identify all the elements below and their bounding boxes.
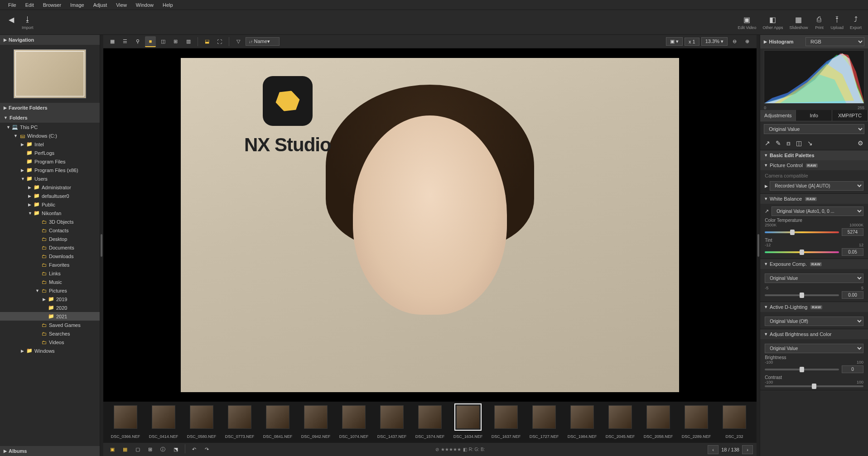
filmstrip-pos-btn[interactable]: ⬓ bbox=[202, 36, 212, 47]
expand-icon[interactable]: ▶ bbox=[28, 202, 34, 207]
histogram-overlay-btn[interactable]: ⬔ bbox=[170, 444, 181, 455]
tree-row[interactable]: 📁PerfLogs bbox=[0, 149, 100, 157]
zoom-pct-select[interactable]: 13.3% ▾ bbox=[701, 37, 728, 46]
protect-icon[interactable]: ⊘ bbox=[435, 447, 439, 452]
exposure-select[interactable]: Original Value bbox=[765, 274, 863, 283]
expand-icon[interactable]: ▶ bbox=[21, 142, 26, 147]
view-compare2-btn[interactable]: ◫ bbox=[158, 36, 169, 47]
image-view[interactable]: NX Studio bbox=[103, 48, 757, 402]
brightness-color-select[interactable]: Original Value bbox=[765, 344, 863, 353]
tree-row[interactable]: 🗀Links bbox=[0, 269, 100, 278]
view-list-btn[interactable]: ☰ bbox=[120, 36, 130, 47]
view-single-btn[interactable]: ■ bbox=[145, 36, 156, 47]
straighten-icon[interactable]: ◫ bbox=[796, 139, 802, 147]
tree-row[interactable]: ▼📁Users bbox=[0, 174, 100, 183]
filmstrip-thumb[interactable]: DSC_0773.NEF bbox=[221, 405, 258, 439]
edit-video-button[interactable]: ▣Edit Video bbox=[735, 14, 759, 30]
info-overlay-btn[interactable]: ▢ bbox=[132, 444, 143, 455]
tree-row[interactable]: 🗀Videos bbox=[0, 338, 100, 346]
color-temp-value[interactable] bbox=[842, 228, 863, 236]
expand-icon[interactable]: ▶ bbox=[765, 184, 768, 188]
menu-window[interactable]: Window bbox=[131, 2, 158, 8]
expand-icon[interactable]: ▼ bbox=[35, 288, 41, 293]
basic-edit-header[interactable]: ▼Basic Edit Palettes bbox=[760, 150, 868, 160]
brightness-slider[interactable] bbox=[765, 369, 839, 370]
filmstrip-thumb[interactable]: DSC_0580.NEF bbox=[183, 405, 220, 439]
exposure-slider[interactable] bbox=[765, 294, 839, 296]
zoom-out-button[interactable]: ⊖ bbox=[729, 36, 740, 47]
contrast-slider[interactable] bbox=[765, 385, 863, 387]
zoom-100-button[interactable]: x 1 bbox=[685, 38, 699, 46]
tint-value[interactable] bbox=[842, 248, 863, 256]
expand-icon[interactable]: ▶ bbox=[28, 185, 34, 190]
filmstrip-thumb[interactable]: DSC_2058.NEF bbox=[640, 405, 677, 439]
menu-edit[interactable]: Edit bbox=[21, 2, 39, 8]
tree-row[interactable]: ▼💻This PC bbox=[0, 123, 100, 131]
right-splitter[interactable] bbox=[757, 35, 760, 456]
filmstrip-thumb[interactable]: DSC_1634.NEF bbox=[449, 405, 487, 439]
brightness-color-header[interactable]: ▼Adjust Brightness and Color bbox=[760, 329, 868, 339]
eyedropper-auto-icon[interactable]: ↗ bbox=[765, 139, 770, 147]
view-grid-btn[interactable]: ▦ bbox=[107, 36, 118, 47]
brightness-value[interactable] bbox=[842, 365, 863, 373]
view-compare4-btn[interactable]: ⊞ bbox=[170, 36, 181, 47]
expand-icon[interactable]: ▼ bbox=[6, 125, 12, 130]
menu-image[interactable]: Image bbox=[66, 2, 89, 8]
expand-icon[interactable]: ▶ bbox=[28, 194, 34, 198]
adl-select[interactable]: Original Value (Off) bbox=[765, 317, 863, 326]
tree-row[interactable]: 📁Program Files bbox=[0, 157, 100, 166]
upload-button[interactable]: ⭱Upload bbox=[828, 14, 846, 30]
import-button[interactable]: ⭳Import bbox=[19, 14, 36, 30]
filter-btn[interactable]: ▽ bbox=[233, 36, 244, 47]
expand-icon[interactable]: ▼ bbox=[21, 177, 26, 181]
tree-row[interactable]: 🗀Searches bbox=[0, 329, 100, 338]
filmstrip-thumb[interactable]: DSC_0841.NEF bbox=[259, 405, 296, 439]
print-button[interactable]: ⎙Print bbox=[811, 14, 827, 30]
redo-btn[interactable]: ↷ bbox=[202, 444, 212, 455]
select-group-btn[interactable]: ▦ bbox=[120, 444, 130, 455]
export-button[interactable]: ⤴Export bbox=[847, 14, 864, 30]
filmstrip-thumb[interactable]: DSC_2045.NEF bbox=[602, 405, 639, 439]
other-apps-button[interactable]: ◧Other Apps bbox=[760, 14, 786, 30]
select-all-btn[interactable]: ▣ bbox=[107, 444, 118, 455]
filmstrip-thumb[interactable]: DSC_1637.NEF bbox=[487, 405, 525, 439]
gear-icon[interactable]: ⚙ bbox=[858, 139, 863, 147]
filmstrip-thumb[interactable]: DSC_1074.NEF bbox=[335, 405, 372, 439]
tree-row[interactable]: ▼🗀Pictures bbox=[0, 286, 100, 295]
slideshow-button[interactable]: ▦Slideshow bbox=[786, 14, 810, 30]
expand-icon[interactable]: ▶ bbox=[21, 168, 26, 173]
tree-row[interactable]: 🗀Contacts bbox=[0, 226, 100, 235]
menu-view[interactable]: View bbox=[111, 2, 131, 8]
crop-icon[interactable]: ⧈ bbox=[786, 139, 791, 147]
filmstrip-thumb[interactable]: DSC_1574.NEF bbox=[411, 405, 448, 439]
tree-row[interactable]: 📁2020 bbox=[0, 303, 100, 312]
histogram-mode-select[interactable]: RGB bbox=[805, 37, 864, 46]
exposure-value[interactable] bbox=[842, 291, 863, 299]
back-button[interactable]: ◀ bbox=[4, 14, 19, 30]
preset-select[interactable]: Original Value bbox=[764, 124, 864, 134]
picture-control-header[interactable]: ▼Picture ControlRAW bbox=[760, 160, 868, 170]
tree-row[interactable]: ▼🖴Windows (C:) bbox=[0, 131, 100, 140]
tree-row[interactable]: ▼📁Nikonfan bbox=[0, 209, 100, 217]
tree-row[interactable]: ▶📁Windows bbox=[0, 346, 100, 355]
left-splitter[interactable] bbox=[100, 35, 103, 456]
tree-row[interactable]: ▶📁defaultuser0 bbox=[0, 192, 100, 200]
eyedropper-icon[interactable]: ✎ bbox=[776, 139, 781, 147]
tree-row[interactable]: ▶📁Intel bbox=[0, 140, 100, 149]
color-temp-slider[interactable] bbox=[765, 231, 839, 233]
folder-tree[interactable]: ▼💻This PC▼🖴Windows (C:)▶📁Intel 📁PerfLogs… bbox=[0, 123, 100, 446]
tree-row[interactable]: ▶📁Public bbox=[0, 200, 100, 209]
filmstrip-thumb[interactable]: DSC_0366.NEF bbox=[107, 405, 144, 439]
tree-row[interactable]: 🗀Documents bbox=[0, 243, 100, 252]
expand-icon[interactable]: ▶ bbox=[43, 297, 48, 302]
tree-row[interactable]: 🗀Downloads bbox=[0, 252, 100, 260]
sort-select[interactable]: ↓↑ Name▾ bbox=[246, 37, 280, 46]
exposure-header[interactable]: ▼Exposure Comp.RAW bbox=[760, 259, 868, 269]
zoom-in-button[interactable]: ⊕ bbox=[742, 36, 753, 47]
expand-icon[interactable]: ▼ bbox=[28, 211, 34, 216]
menu-adjust[interactable]: Adjust bbox=[89, 2, 112, 8]
filmstrip-thumb[interactable]: DSC_2289.NEF bbox=[678, 405, 715, 439]
filmstrip-thumb[interactable]: DSC_0942.NEF bbox=[297, 405, 334, 439]
undo-btn[interactable]: ↶ bbox=[189, 444, 200, 455]
albums-header[interactable]: ▶Albums bbox=[0, 446, 100, 456]
